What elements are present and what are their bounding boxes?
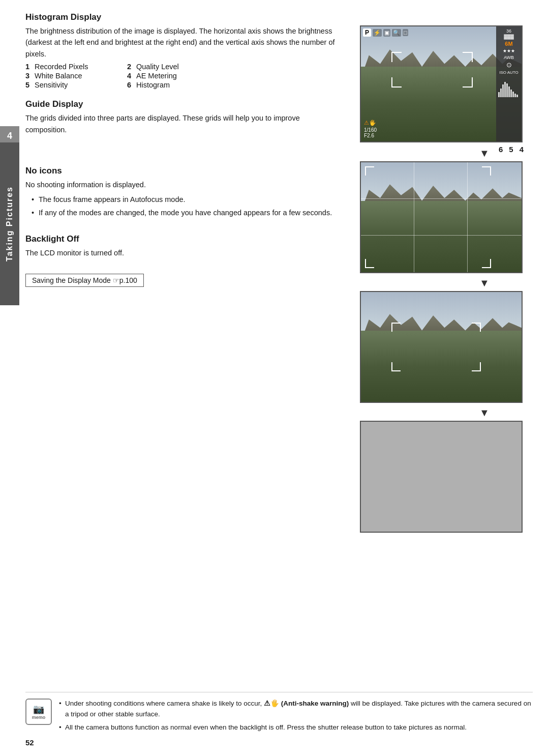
camera-right-panel: 36▓▓▓ 6M ★★★ AWB ⊙ ISO AUTO xyxy=(496,26,522,141)
noicons-section: No icons No shooting information is disp… xyxy=(25,166,341,218)
guide-field xyxy=(361,201,522,272)
svg-rect-8 xyxy=(514,94,516,97)
antishake-warning: ⚠🖐 (Anti-shake warning) xyxy=(264,700,349,707)
item-3-label: White Balance xyxy=(35,72,82,80)
item-4: 4 AE Metering xyxy=(127,72,229,80)
item-row-1: 1 Recorded Pixels 2 Quality Level xyxy=(25,63,341,71)
right-column: 1 2 3 P ⚡ ▣ 🔍 □ 36▓▓▓ 6M ★★★ xyxy=(355,10,533,537)
svg-rect-1 xyxy=(500,89,502,97)
pixels-val: 6M xyxy=(505,41,512,47)
saving-box: Saving the Display Mode ☞p.100 xyxy=(25,274,144,287)
backlight-camera-container xyxy=(355,421,533,533)
backlight-title: Backlight Off xyxy=(25,234,341,244)
focus-bracket-bl xyxy=(391,77,402,88)
main-content: Histogram Display The brightness distrib… xyxy=(25,12,341,296)
drive-icon: ▣ xyxy=(383,29,390,37)
grid-h2 xyxy=(361,235,522,236)
shake-icon: 🔍 xyxy=(392,29,401,37)
camera-icons-top: P ⚡ ▣ 🔍 □ xyxy=(363,28,408,37)
label-4: 4 xyxy=(520,145,524,154)
item-4-label: AE Metering xyxy=(136,72,177,80)
flash-icon: ⚡ xyxy=(373,29,382,37)
memo-bullets: Under shooting conditions where camera s… xyxy=(59,699,533,733)
item-row-3: 5 Sensitivity 6 Histogram xyxy=(25,81,341,89)
chapter-tab-label: Taking Pictures xyxy=(5,186,14,261)
item-row-2: 3 White Balance 4 AE Metering xyxy=(25,72,341,80)
guide-screen xyxy=(360,161,523,273)
memo-text: Under shooting conditions where camera s… xyxy=(59,699,533,736)
item-1: 1 Recorded Pixels xyxy=(25,63,127,71)
noicons-bracket-br xyxy=(472,362,481,371)
item-6-label: Histogram xyxy=(136,81,170,89)
svg-rect-7 xyxy=(512,92,514,97)
guide-bracket-br xyxy=(482,259,491,268)
noicons-description: No shooting information is displayed. xyxy=(25,179,341,190)
item-2: 2 Quality Level xyxy=(127,63,229,71)
histogram-bar xyxy=(498,79,520,97)
noicons-bullet-1: The focus frame appears in Autofocus mod… xyxy=(32,194,341,205)
noicons-bullets: The focus frame appears in Autofocus mod… xyxy=(25,194,341,219)
arrow-3: ▼ xyxy=(436,407,533,419)
histogram-screen: P ⚡ ▣ 🔍 □ 36▓▓▓ 6M ★★★ AWB ⊙ ISO AUTO xyxy=(360,25,523,142)
memo-camera-icon: 📷 xyxy=(33,704,44,715)
metering-val: ⊙ xyxy=(506,61,512,69)
guide-description: The grids divided into three parts are d… xyxy=(25,112,341,135)
svg-rect-4 xyxy=(506,83,508,97)
aperture-val: F2.6 xyxy=(364,133,377,138)
guide-bracket-tr xyxy=(482,166,491,176)
memo-bullet-1: Under shooting conditions where camera s… xyxy=(59,699,533,720)
chapter-num-label: 4 xyxy=(7,131,12,141)
noicons-bracket-tl xyxy=(391,323,401,332)
histogram-title: Histogram Display xyxy=(25,12,341,22)
item-1-label: Recorded Pixels xyxy=(35,63,88,71)
anti-shake-warning: ⚠🖐 xyxy=(364,120,376,126)
svg-rect-2 xyxy=(502,84,504,97)
item-5-label: Sensitivity xyxy=(35,81,68,89)
exposure-val: 36▓▓▓ xyxy=(504,28,514,40)
item-5: 5 Sensitivity xyxy=(25,81,127,89)
histogram-section: Histogram Display The brightness distrib… xyxy=(25,12,341,89)
item-6-num: 6 xyxy=(127,81,134,89)
item-5-num: 5 xyxy=(25,81,33,89)
focus-bracket-tl xyxy=(391,52,402,62)
shutter-aperture: 1/160 F2.6 xyxy=(364,127,377,138)
item-3: 3 White Balance xyxy=(25,72,127,80)
noicons-screen xyxy=(360,291,523,403)
noicons-bullet-2: If any of the modes are changed, the mod… xyxy=(32,207,341,218)
item-6: 6 Histogram xyxy=(127,81,229,89)
histogram-items: 1 Recorded Pixels 2 Quality Level 3 Whit… xyxy=(25,63,341,89)
guide-title: Guide Display xyxy=(25,99,341,109)
chapter-tab: Taking Pictures xyxy=(0,142,19,305)
svg-rect-9 xyxy=(516,95,518,97)
svg-rect-0 xyxy=(498,92,500,97)
mode-p-icon: P xyxy=(363,28,371,37)
noicons-title: No icons xyxy=(25,166,341,176)
focus-bracket-tr xyxy=(463,52,473,62)
guide-bracket-bl xyxy=(365,259,374,268)
item-1-num: 1 xyxy=(25,63,33,71)
shutter-speed: 1/160 xyxy=(364,127,377,133)
noicons-camera-container xyxy=(355,291,533,403)
label-6: 6 xyxy=(499,145,503,154)
grid-h1 xyxy=(361,198,522,199)
iso-val: ISO AUTO xyxy=(499,70,518,75)
arrow-2: ▼ xyxy=(436,277,533,289)
item-2-num: 2 xyxy=(127,63,134,71)
guide-camera-container xyxy=(355,161,533,273)
guide-bracket-tl xyxy=(365,166,374,176)
grid-v1 xyxy=(414,162,414,272)
memo-icon: 📷 memo xyxy=(25,699,52,725)
noicons-field xyxy=(361,331,522,402)
backlight-section: Backlight Off The LCD monitor is turned … xyxy=(25,234,341,258)
item-3-num: 3 xyxy=(25,72,33,80)
histogram-camera-display: 1 2 3 P ⚡ ▣ 🔍 □ 36▓▓▓ 6M ★★★ xyxy=(355,25,528,142)
frame-icon: □ xyxy=(403,29,408,36)
label-5: 5 xyxy=(509,145,513,154)
focus-bracket-br xyxy=(463,77,473,88)
quality-val: ★★★ xyxy=(503,48,515,54)
noicons-bracket-tr xyxy=(472,323,481,332)
grid-v2 xyxy=(467,162,468,272)
item-2-label: Quality Level xyxy=(136,63,179,71)
wb-val: AWB xyxy=(504,55,514,61)
noicons-bracket-bl xyxy=(391,362,401,371)
